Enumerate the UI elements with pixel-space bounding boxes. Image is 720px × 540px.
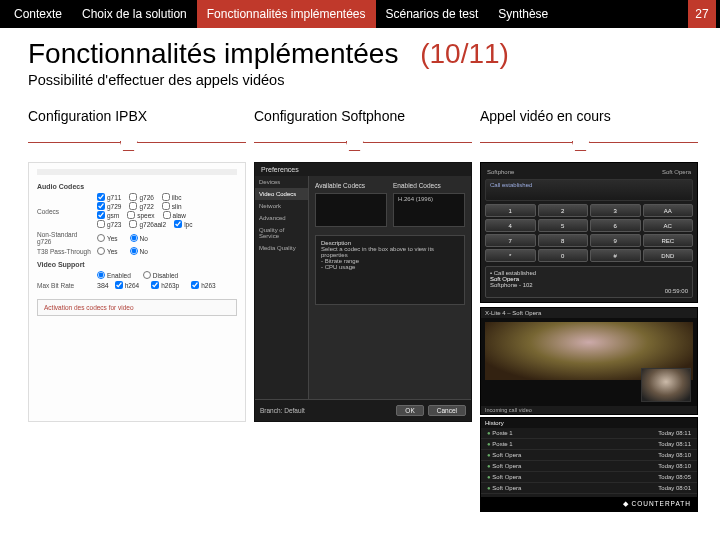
key-1[interactable]: 1 bbox=[485, 204, 536, 217]
codec-slin[interactable] bbox=[162, 202, 170, 210]
key-3[interactable]: 3 bbox=[590, 204, 641, 217]
col-ipbx: Configuration IPBX Audio Codecs Codecs g… bbox=[28, 108, 246, 512]
codec-alaw[interactable] bbox=[163, 211, 171, 219]
top-nav: Contexte Choix de la solution Fonctionna… bbox=[0, 0, 720, 28]
side-network[interactable]: Network bbox=[255, 200, 308, 212]
codec-g726aal2[interactable] bbox=[129, 220, 137, 228]
history-name: Soft Opera bbox=[487, 485, 521, 491]
history-row[interactable]: Poste 1Today 08:11 bbox=[481, 439, 697, 450]
side-advanced[interactable]: Advanced bbox=[255, 212, 308, 224]
codec-lpc[interactable] bbox=[174, 220, 182, 228]
history-name: Soft Opera bbox=[487, 463, 521, 469]
col-softphone: Configuration Softphone Preferences Devi… bbox=[254, 108, 472, 512]
codec-speex[interactable] bbox=[127, 211, 135, 219]
cancel-button[interactable]: Cancel bbox=[428, 405, 466, 416]
history-name: Poste 1 bbox=[487, 441, 513, 447]
ipbx-panel: Audio Codecs Codecs g711 g726 ilbc g729 … bbox=[28, 162, 246, 422]
col-video-heading: Appel vidéo en cours bbox=[480, 108, 698, 142]
desc-body: Select a codec in the box above to view … bbox=[321, 246, 459, 258]
video-enabled[interactable] bbox=[97, 271, 105, 279]
softphone-app: Softphone Soft Opera Call established 12… bbox=[480, 162, 698, 303]
codec-gsm[interactable] bbox=[97, 211, 105, 219]
key-6[interactable]: 6 bbox=[590, 219, 641, 232]
col-ipbx-heading: Configuration IPBX bbox=[28, 108, 246, 142]
vcodec-h264[interactable] bbox=[115, 281, 123, 289]
title-counter: (10/11) bbox=[420, 38, 509, 69]
tab-fonctionnalites[interactable]: Fonctionnalités implémentées bbox=[197, 0, 376, 28]
enabled-codecs-label: Enabled Codecs bbox=[393, 182, 465, 189]
t38-yes[interactable] bbox=[97, 247, 105, 255]
nonstd-no[interactable] bbox=[130, 234, 138, 242]
slide-subtitle: Possibilité d'effectuer des appels vidéo… bbox=[0, 70, 720, 102]
codec-description: Description Select a codec in the box ab… bbox=[315, 235, 465, 305]
codec-g722[interactable] bbox=[129, 202, 137, 210]
history-row[interactable]: Soft OperaToday 08:10 bbox=[481, 461, 697, 472]
key-8[interactable]: 8 bbox=[538, 234, 589, 247]
key-dnd[interactable]: DND bbox=[643, 249, 694, 262]
codec-ilbc[interactable] bbox=[162, 193, 170, 201]
history-row[interactable]: Soft OperaToday 08:05 bbox=[481, 472, 697, 483]
enabled-codecs-list[interactable]: H.264 (1996) bbox=[393, 193, 465, 227]
tab-synthese[interactable]: Synthèse bbox=[488, 0, 558, 28]
prefs-sidebar: Devices Video Codecs Network Advanced Qu… bbox=[255, 176, 309, 399]
col-softphone-heading: Configuration Softphone bbox=[254, 108, 472, 142]
side-media[interactable]: Media Quality bbox=[255, 242, 308, 254]
ipbx-callout: Activation des codecs for video bbox=[37, 299, 237, 316]
key-#[interactable]: # bbox=[590, 249, 641, 262]
t38-label: T38 Pass-Through bbox=[37, 248, 91, 255]
ipbx-audio-section: Audio Codecs bbox=[37, 183, 237, 190]
separator bbox=[480, 142, 698, 154]
key-9[interactable]: 9 bbox=[590, 234, 641, 247]
slide-title: Fonctionnalités implémentées (10/11) bbox=[0, 28, 720, 70]
key-ac[interactable]: AC bbox=[643, 219, 694, 232]
tab-scenarios[interactable]: Scénarios de test bbox=[376, 0, 489, 28]
history-row[interactable]: Poste 1Today 08:11 bbox=[481, 428, 697, 439]
codec-g726[interactable] bbox=[129, 193, 137, 201]
history-header: History bbox=[481, 418, 697, 428]
avail-codecs-list[interactable] bbox=[315, 193, 387, 227]
key-7[interactable]: 7 bbox=[485, 234, 536, 247]
tab-choix[interactable]: Choix de la solution bbox=[72, 0, 197, 28]
local-video bbox=[641, 368, 691, 402]
key-2[interactable]: 2 bbox=[538, 204, 589, 217]
brand-footer: ◆ COUNTERPATH bbox=[481, 497, 697, 511]
prefs-title: Preferences bbox=[255, 163, 471, 176]
key-4[interactable]: 4 bbox=[485, 219, 536, 232]
history-name: Soft Opera bbox=[487, 452, 521, 458]
codec-g711[interactable] bbox=[97, 193, 105, 201]
key-0[interactable]: 0 bbox=[538, 249, 589, 262]
tab-contexte[interactable]: Contexte bbox=[4, 0, 72, 28]
ok-button[interactable]: OK bbox=[396, 405, 423, 416]
vcodec-h263[interactable] bbox=[191, 281, 199, 289]
codec-g729[interactable] bbox=[97, 202, 105, 210]
ipbx-codecs-label: Codecs bbox=[37, 208, 91, 215]
history-name: Soft Opera bbox=[487, 474, 521, 480]
avail-codecs-label: Available Codecs bbox=[315, 182, 387, 189]
side-qos[interactable]: Quality of Service bbox=[255, 224, 308, 242]
video-call-panel: Softphone Soft Opera Call established 12… bbox=[480, 162, 698, 512]
codec-g723[interactable] bbox=[97, 220, 105, 228]
separator bbox=[254, 142, 472, 154]
history-time: Today 08:01 bbox=[658, 485, 691, 491]
vcodec-h263p[interactable] bbox=[151, 281, 159, 289]
softphone-label: Softphone bbox=[487, 169, 514, 175]
history-time: Today 08:11 bbox=[658, 441, 691, 447]
history-row[interactable]: Soft OperaToday 08:01 bbox=[481, 483, 697, 494]
video-window-title: X-Lite 4 – Soft Opera bbox=[481, 308, 697, 318]
side-video-codecs[interactable]: Video Codecs bbox=[255, 188, 308, 200]
key-*[interactable]: * bbox=[485, 249, 536, 262]
history-time: Today 08:11 bbox=[658, 430, 691, 436]
maxbit-label: Max Bit Rate bbox=[37, 282, 91, 289]
key-5[interactable]: 5 bbox=[538, 219, 589, 232]
branch-label: Branch: Default bbox=[260, 407, 305, 414]
dial-keypad: 123AA456AC789REC*0#DND bbox=[485, 204, 693, 262]
key-rec[interactable]: REC bbox=[643, 234, 694, 247]
t38-no[interactable] bbox=[130, 247, 138, 255]
side-devices[interactable]: Devices bbox=[255, 176, 308, 188]
key-aa[interactable]: AA bbox=[643, 204, 694, 217]
call-duration: 00:59:00 bbox=[490, 288, 688, 294]
nonstd-yes[interactable] bbox=[97, 234, 105, 242]
call-history: History Poste 1Today 08:11Poste 1Today 0… bbox=[480, 417, 698, 512]
video-disabled[interactable] bbox=[143, 271, 151, 279]
history-row[interactable]: Soft OperaToday 08:10 bbox=[481, 450, 697, 461]
